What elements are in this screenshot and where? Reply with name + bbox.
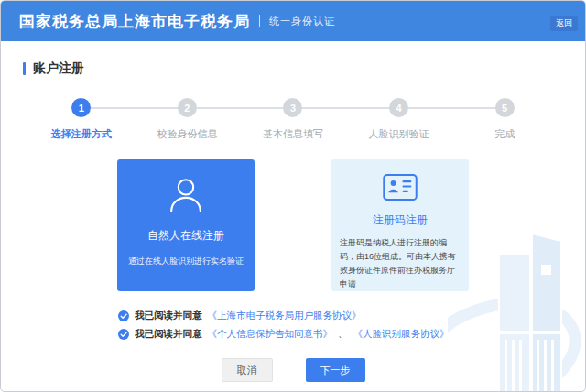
person-icon — [165, 174, 207, 216]
step-2-number: 2 — [178, 98, 197, 117]
step-2-label: 校验身份信息 — [157, 127, 217, 141]
step-5-label: 完成 — [494, 127, 515, 141]
natural-person-card-title: 自然人在线注册 — [147, 228, 224, 244]
app-window: 国家税务总局上海市电子税务局 统一身份认证 返回 账户注册 — [0, 0, 586, 392]
register-panel: 账户注册 1 选择注册方式 2 校验身份信息 3 基本信息填写 4 — [1, 41, 585, 382]
next-button[interactable]: 下一步 — [306, 358, 365, 382]
id-card-icon — [378, 172, 422, 202]
check-icon[interactable] — [118, 310, 129, 321]
step-5-complete: 5 完成 — [451, 98, 558, 141]
registration-code-card-description: 注册码是纳税人进行注册的编码，由16位组成。可由本人携有效身份证件原件前往办税服… — [331, 236, 469, 291]
agreement-prefix: 我已阅读并同意 — [135, 328, 202, 341]
step-4-number: 4 — [389, 98, 408, 117]
action-bar: 取消 下一步 — [1, 358, 585, 382]
agreement-prefix: 我已阅读并同意 — [135, 310, 202, 322]
site-title: 国家税务总局上海市电子税务局 — [19, 11, 250, 32]
register-options: 自然人在线注册 通过在线人脸识别进行实名验证 注册码注册 注册码是纳税人进行注册… — [1, 159, 585, 291]
step-3-number: 3 — [283, 98, 302, 117]
agreements: 我已阅读并同意 《上海市电子税务局用户服务协议》 我已阅读并同意 《个人信息保护… — [118, 310, 585, 341]
header-divider — [259, 15, 260, 27]
stepper: 1 选择注册方式 2 校验身份信息 3 基本信息填写 4 人脸识别验证 5 — [28, 98, 558, 141]
agreement-row-user-service: 我已阅读并同意 《上海市电子税务局用户服务协议》 — [118, 310, 585, 322]
step-1-label: 选择注册方式 — [51, 127, 112, 141]
title-accent-bar — [23, 62, 26, 75]
registration-code-card[interactable]: 注册码注册 注册码是纳税人进行注册的编码，由16位组成。可由本人携有效身份证件原… — [331, 159, 469, 291]
step-1-number: 1 — [71, 98, 91, 117]
step-1-select-method: 1 选择注册方式 — [28, 98, 135, 141]
agreement-row-privacy: 我已阅读并同意 《个人信息保护告知同意书》 、 《人脸识别服务协议》 — [118, 328, 585, 341]
step-4-face-verify: 4 人脸识别验证 — [346, 98, 452, 141]
step-2-verify-identity: 2 校验身份信息 — [135, 98, 241, 141]
main-content: 账户注册 1 选择注册方式 2 校验身份信息 3 基本信息填写 4 — [1, 41, 585, 392]
personal-info-consent-link[interactable]: 《个人信息保护告知同意书》 — [208, 328, 333, 341]
cancel-button[interactable]: 取消 — [222, 358, 273, 382]
agreement-separator: 、 — [338, 328, 348, 341]
header-subtitle: 统一身份认证 — [269, 15, 335, 28]
page-title: 账户注册 — [33, 60, 84, 77]
page-title-row: 账户注册 — [1, 41, 585, 77]
header: 国家税务总局上海市电子税务局 统一身份认证 返回 — [1, 1, 585, 41]
step-3-basic-info: 3 基本信息填写 — [240, 98, 346, 141]
back-button[interactable]: 返回 — [550, 16, 578, 31]
step-4-label: 人脸识别验证 — [369, 127, 429, 141]
step-3-label: 基本信息填写 — [263, 127, 323, 141]
step-5-number: 5 — [495, 98, 515, 117]
natural-person-register-card[interactable]: 自然人在线注册 通过在线人脸识别进行实名验证 — [117, 159, 255, 291]
natural-person-card-subtitle: 通过在线人脸识别进行实名验证 — [128, 256, 244, 267]
user-service-agreement-link[interactable]: 《上海市电子税务局用户服务协议》 — [208, 310, 362, 322]
check-icon[interactable] — [118, 329, 129, 340]
registration-code-card-title: 注册码注册 — [373, 212, 428, 228]
face-recognition-agreement-link[interactable]: 《人脸识别服务协议》 — [353, 328, 450, 341]
